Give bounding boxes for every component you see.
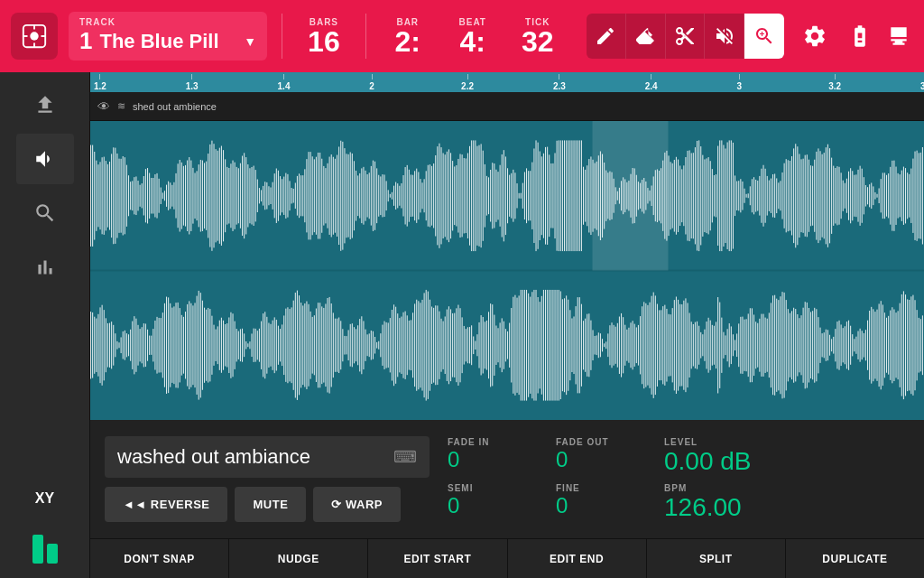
settings-button[interactable] bbox=[795, 14, 835, 59]
svg-rect-583 bbox=[346, 336, 347, 354]
sidebar-item-waveform[interactable] bbox=[16, 134, 74, 184]
svg-rect-91 bbox=[247, 164, 248, 227]
visibility-icon[interactable]: 👁 bbox=[97, 99, 110, 114]
app-icon[interactable] bbox=[11, 13, 58, 60]
nudge-button[interactable]: NUDGE bbox=[229, 539, 368, 578]
level-value[interactable]: 0.00 dB bbox=[664, 447, 752, 476]
svg-rect-575 bbox=[331, 303, 332, 387]
svg-rect-717 bbox=[600, 333, 601, 357]
semi-value[interactable]: 0 bbox=[448, 493, 459, 518]
waveform-icon-small: ≋ bbox=[117, 100, 125, 112]
track-selector[interactable]: TRACK 1 The Blue Pill ▼ bbox=[69, 12, 267, 61]
svg-rect-597 bbox=[373, 331, 374, 359]
svg-rect-502 bbox=[192, 305, 193, 385]
svg-rect-154 bbox=[367, 174, 368, 218]
svg-rect-476 bbox=[143, 323, 144, 367]
svg-rect-880 bbox=[909, 300, 910, 390]
svg-rect-742 bbox=[647, 305, 648, 386]
clip-name-section: washed out ambiance ⌨ ◄◄ REVERSE MUTE ⟳ … bbox=[105, 436, 430, 522]
svg-rect-150 bbox=[359, 173, 360, 219]
svg-rect-231 bbox=[513, 170, 513, 222]
svg-rect-194 bbox=[443, 153, 444, 238]
svg-rect-357 bbox=[752, 179, 753, 212]
svg-rect-697 bbox=[562, 299, 563, 391]
svg-rect-421 bbox=[873, 186, 873, 205]
pencil-tool-button[interactable] bbox=[587, 14, 626, 59]
bpm-value[interactable]: 126.00 bbox=[664, 493, 742, 522]
svg-rect-167 bbox=[392, 192, 393, 200]
svg-rect-554 bbox=[291, 307, 292, 383]
keyboard-icon[interactable]: ⌨ bbox=[393, 447, 417, 467]
mute-button[interactable]: MUTE bbox=[235, 487, 306, 522]
svg-rect-437 bbox=[903, 167, 904, 225]
svg-rect-38 bbox=[147, 168, 148, 223]
sidebar-item-xy[interactable]: XY bbox=[16, 473, 74, 524]
scissors-tool-button[interactable] bbox=[666, 14, 706, 59]
svg-rect-371 bbox=[778, 182, 779, 209]
svg-rect-82 bbox=[230, 163, 231, 228]
svg-rect-315 bbox=[672, 163, 673, 228]
svg-rect-843 bbox=[839, 321, 840, 370]
svg-rect-151 bbox=[361, 168, 362, 223]
svg-rect-585 bbox=[350, 324, 351, 367]
svg-rect-573 bbox=[328, 298, 328, 393]
warp-button[interactable]: ⟳ WARP bbox=[313, 487, 401, 522]
svg-rect-529 bbox=[244, 333, 245, 357]
svg-rect-198 bbox=[450, 153, 451, 238]
svg-rect-67 bbox=[202, 161, 203, 231]
svg-rect-419 bbox=[869, 184, 870, 207]
svg-rect-681 bbox=[531, 292, 532, 398]
svg-rect-460 bbox=[113, 325, 114, 366]
svg-rect-724 bbox=[614, 325, 614, 366]
svg-rect-157 bbox=[373, 161, 374, 231]
svg-rect-272 bbox=[590, 156, 591, 235]
svg-rect-412 bbox=[855, 174, 856, 217]
svg-rect-143 bbox=[346, 154, 347, 238]
svg-rect-346 bbox=[731, 140, 732, 251]
svg-rect-619 bbox=[414, 303, 415, 387]
fine-value[interactable]: 0 bbox=[556, 493, 568, 518]
duplicate-button[interactable]: DUPLICATE bbox=[786, 539, 924, 578]
svg-rect-10 bbox=[94, 152, 95, 240]
dont-snap-button[interactable]: DON'T SNAP bbox=[90, 539, 229, 578]
svg-rect-740 bbox=[643, 302, 644, 388]
sidebar-item-chart[interactable] bbox=[16, 242, 74, 293]
sidebar-item-search[interactable] bbox=[16, 188, 74, 238]
svg-rect-230 bbox=[511, 173, 512, 219]
svg-rect-774 bbox=[708, 318, 709, 373]
svg-rect-532 bbox=[249, 341, 250, 349]
split-button[interactable]: SPLIT bbox=[647, 539, 786, 578]
svg-rect-558 bbox=[299, 295, 300, 395]
svg-rect-456 bbox=[106, 318, 106, 372]
svg-rect-609 bbox=[395, 307, 396, 384]
svg-rect-866 bbox=[882, 304, 883, 386]
svg-rect-778 bbox=[716, 322, 716, 368]
waveform-area[interactable] bbox=[90, 121, 924, 420]
svg-rect-855 bbox=[862, 331, 863, 359]
edit-start-button[interactable]: EDIT START bbox=[368, 539, 507, 578]
eraser-tool-button[interactable] bbox=[626, 14, 666, 59]
edit-end-button[interactable]: EDIT END bbox=[508, 539, 647, 578]
svg-rect-393 bbox=[820, 151, 821, 240]
clip-name-input-row[interactable]: washed out ambiance ⌨ bbox=[105, 436, 430, 478]
svg-rect-559 bbox=[300, 303, 301, 387]
sidebar-item-upload[interactable] bbox=[16, 79, 74, 130]
zoom-tool-button[interactable] bbox=[744, 14, 784, 59]
svg-rect-113 bbox=[290, 181, 291, 210]
svg-rect-84 bbox=[235, 163, 236, 229]
svg-rect-163 bbox=[384, 174, 385, 217]
reverse-button[interactable]: ◄◄ REVERSE bbox=[105, 487, 227, 522]
svg-rect-86 bbox=[238, 168, 239, 223]
mute-tool-button[interactable] bbox=[705, 14, 744, 59]
divider-2 bbox=[365, 14, 366, 59]
svg-rect-46 bbox=[162, 192, 163, 199]
svg-rect-581 bbox=[342, 329, 343, 361]
svg-rect-431 bbox=[892, 161, 892, 231]
svg-rect-615 bbox=[407, 315, 408, 375]
svg-rect-414 bbox=[860, 166, 861, 226]
fade-out-value[interactable]: 0 bbox=[556, 447, 568, 472]
svg-rect-405 bbox=[843, 181, 844, 211]
fade-in-value[interactable]: 0 bbox=[448, 447, 459, 472]
timeline-ruler[interactable]: 1.21.31.422.22.32.433.23.3 bbox=[90, 72, 924, 92]
svg-rect-515 bbox=[217, 326, 218, 364]
